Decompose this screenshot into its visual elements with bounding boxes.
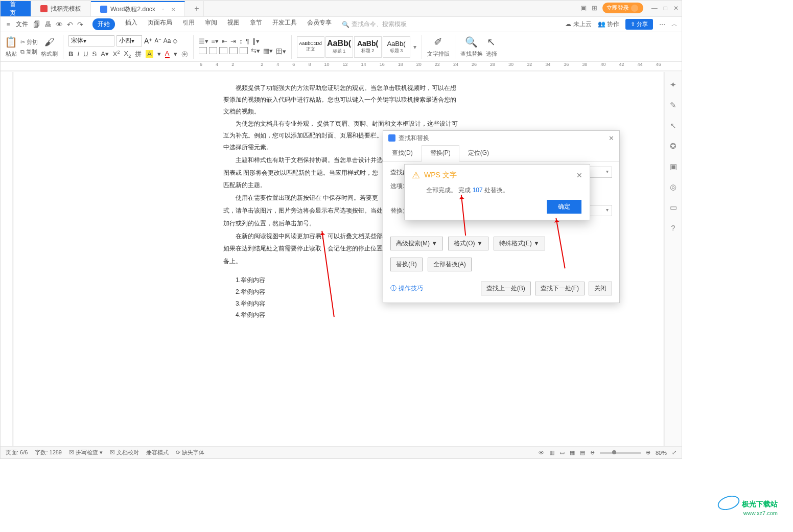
redo-icon[interactable]: ↷ — [77, 20, 83, 29]
close-icon[interactable]: ✕ — [171, 7, 175, 12]
style-h3[interactable]: AaBb(标题 3 — [383, 36, 410, 58]
menu-chapter[interactable]: 章节 — [250, 18, 262, 30]
menu-dev[interactable]: 开发工具 — [272, 18, 297, 30]
align-justify-button[interactable] — [229, 47, 238, 54]
zoom-in-button[interactable]: ⊕ — [646, 449, 650, 456]
show-marks-button[interactable]: ¶ — [246, 37, 249, 45]
minimize-icon[interactable]: — — [651, 5, 658, 12]
style-normal[interactable]: AaBbCcDd正文 — [297, 36, 324, 58]
strike-button[interactable]: S — [92, 50, 97, 58]
menu-ref[interactable]: 引用 — [182, 18, 195, 30]
font-color-button[interactable]: A — [165, 50, 170, 58]
outdent-button[interactable]: ⇤ — [222, 37, 227, 45]
save-icon[interactable]: 🗐 — [33, 20, 40, 29]
text-layout-button[interactable]: ✐文字排版 — [427, 36, 450, 58]
align-left-button[interactable] — [199, 47, 207, 54]
advanced-search-button[interactable]: 高级搜索(M) ▼ — [390, 237, 443, 250]
indent-button[interactable]: ⇥ — [230, 37, 236, 45]
zoom-out-button[interactable]: ⊖ — [590, 449, 595, 456]
font-size-select[interactable]: 小四 ▾ — [116, 35, 142, 47]
menu-review[interactable]: 审阅 — [205, 18, 217, 30]
hamburger-icon[interactable]: ≡ — [4, 20, 13, 29]
shrink-font-icon[interactable]: A⁻ — [154, 37, 161, 44]
spell-check[interactable]: ☒ 拼写检查 ▾ — [69, 449, 103, 456]
phonetic-guide-button[interactable]: 拼 — [135, 50, 142, 59]
tab-menu-icon[interactable]: ▫ — [162, 7, 165, 12]
font-name-select[interactable]: 宋体 ▾ — [68, 35, 114, 47]
page-indicator[interactable]: 页面: 6/6 — [6, 449, 28, 456]
layout-icon[interactable]: ▣ — [580, 4, 587, 12]
subscript-button[interactable]: X2 — [124, 50, 131, 59]
alert-close-icon[interactable]: ✕ — [576, 171, 582, 179]
style-h2[interactable]: AaBb(标题 2 — [354, 36, 382, 58]
zoom-slider[interactable] — [600, 452, 641, 454]
italic-button[interactable]: I — [77, 50, 79, 58]
change-case-icon[interactable]: Aa — [164, 37, 171, 44]
print-icon[interactable]: 🖶 — [44, 20, 52, 29]
horizontal-ruler[interactable]: 6422468101214161820222426283032343638404… — [1, 62, 682, 71]
style-h1[interactable]: AaBb(标题 1 — [325, 36, 353, 58]
cut-button[interactable]: ✂ 剪切 — [20, 38, 38, 46]
menu-start[interactable]: 开始 — [92, 18, 115, 30]
help-icon[interactable]: ? — [671, 223, 675, 232]
grid-icon[interactable]: ⊞ — [592, 4, 597, 12]
find-prev-button[interactable]: 查找上一处(B) — [481, 282, 531, 295]
tips-link[interactable]: ⓘ 操作技巧 — [390, 284, 423, 293]
borders-button[interactable]: 田▾ — [276, 47, 286, 56]
book-icon[interactable]: ▭ — [670, 203, 677, 212]
home-tab[interactable]: 首页 — [1, 1, 31, 16]
menu-layout[interactable]: 页面布局 — [148, 18, 172, 30]
tab-button[interactable]: ⇆▾ — [251, 47, 260, 56]
view-read-icon[interactable]: ▭ — [559, 449, 565, 456]
paragraph[interactable]: 视频提供了功能强大的方法帮助您证明您的观点。当您单击联机视频时，可以在想要添加的… — [223, 82, 458, 117]
view-print-icon[interactable]: ▥ — [549, 449, 554, 456]
rocket-icon[interactable]: ✦ — [670, 80, 677, 89]
superscript-button[interactable]: X2 — [113, 50, 120, 58]
pencil-icon[interactable]: ✎ — [670, 101, 677, 110]
paste-group[interactable]: 📋 粘贴 — [5, 36, 17, 58]
clear-format-icon[interactable]: ◇ — [173, 37, 177, 44]
highlight-button[interactable]: A — [146, 50, 153, 58]
tab-find[interactable]: 查找(D) — [383, 145, 422, 161]
tab-templates[interactable]: 找稻壳模板 — [31, 1, 91, 16]
compat-mode[interactable]: 兼容模式 — [146, 449, 169, 456]
sort-button[interactable]: ↕ — [239, 37, 243, 45]
menu-insert[interactable]: 插入 — [125, 18, 137, 30]
ok-button[interactable]: 确定 — [547, 200, 581, 214]
underline-button[interactable]: U — [83, 50, 88, 58]
style-gallery[interactable]: AaBbCcDd正文 AaBb(标题 1 AaBb(标题 2 AaBb(标题 3 — [297, 36, 410, 58]
menu-vip[interactable]: 会员专享 — [307, 18, 332, 30]
command-search[interactable]: 🔍 查找命令、搜索模板 — [342, 20, 407, 29]
bullets-button[interactable]: ☰▾ — [199, 37, 208, 45]
tab-replace[interactable]: 替换(P) — [422, 145, 459, 161]
preview-icon[interactable]: 👁 — [56, 20, 63, 29]
replace-all-button[interactable]: 全部替换(A) — [428, 258, 472, 271]
image-icon[interactable]: ▣ — [670, 162, 677, 171]
grow-font-icon[interactable]: A⁺ — [144, 37, 152, 45]
view-outline-icon[interactable]: ▤ — [580, 449, 585, 456]
select-button[interactable]: ↖选择 — [486, 36, 497, 58]
target-icon[interactable]: ◎ — [670, 182, 677, 192]
copy-button[interactable]: ⧉ 复制 — [20, 48, 38, 56]
list-item[interactable]: 4.举例内容 — [236, 309, 458, 321]
cloud-status[interactable]: ☁ 未上云 — [565, 20, 591, 29]
enclose-char-button[interactable]: ㊥ — [181, 50, 188, 59]
align-center-button[interactable] — [209, 47, 217, 54]
text-effects-button[interactable]: A▾ — [101, 50, 109, 58]
new-tab-button[interactable]: + — [185, 1, 204, 16]
format-brush[interactable]: 🖌 格式刷 — [41, 36, 58, 58]
missing-font[interactable]: ⟳ 缺失字体 — [176, 449, 204, 456]
find-next-button[interactable]: 查找下一处(F) — [535, 282, 585, 295]
align-right-button[interactable] — [219, 47, 227, 54]
fullscreen-icon[interactable]: ⤢ — [672, 449, 677, 456]
pointer-icon[interactable]: ↖ — [670, 121, 677, 130]
tab-document[interactable]: Word教程2.docx ▫ ✕ — [91, 1, 185, 16]
format-button[interactable]: 格式(O) ▼ — [448, 237, 488, 250]
line-spacing-button[interactable]: ‖▾ — [252, 37, 260, 45]
share-button[interactable]: ⇧ 分享 — [625, 19, 653, 30]
shading-button[interactable]: ▦▾ — [263, 47, 273, 56]
find-replace-button[interactable]: 🔍查找替换 — [460, 36, 483, 58]
dialog-close-icon[interactable]: ✕ — [609, 134, 614, 142]
undo-icon[interactable]: ↶ — [67, 20, 73, 29]
maximize-icon[interactable]: □ — [664, 5, 667, 12]
